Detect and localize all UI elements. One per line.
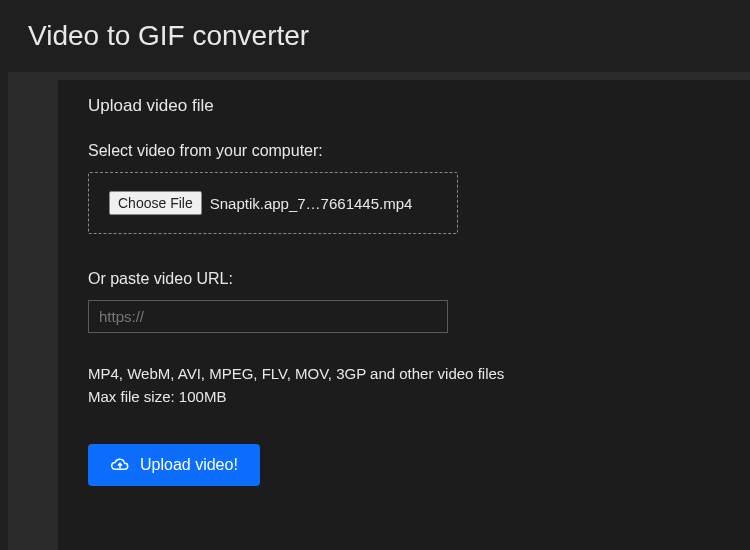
choose-file-button[interactable]: Choose File <box>109 191 202 215</box>
content-wrapper: Upload video file Select video from your… <box>8 72 750 550</box>
file-drop-zone[interactable]: Choose File Snaptik.app_7…7661445.mp4 <box>88 172 458 234</box>
url-input[interactable] <box>88 300 448 333</box>
cloud-upload-icon <box>110 456 130 474</box>
upload-video-button[interactable]: Upload video! <box>88 444 260 486</box>
upload-panel: Upload video file Select video from your… <box>58 80 750 550</box>
max-size-info: Max file size: 100MB <box>88 386 720 409</box>
url-label: Or paste video URL: <box>88 270 720 288</box>
file-select-label: Select video from your computer: <box>88 142 720 160</box>
page-header: Video to GIF converter <box>0 0 750 64</box>
upload-info: MP4, WebM, AVI, MPEG, FLV, MOV, 3GP and … <box>88 363 720 408</box>
selected-filename: Snaptik.app_7…7661445.mp4 <box>210 195 413 212</box>
upload-button-label: Upload video! <box>140 456 238 474</box>
page-title: Video to GIF converter <box>28 20 722 52</box>
upload-panel-title: Upload video file <box>88 96 720 116</box>
url-section: Or paste video URL: <box>88 270 720 333</box>
formats-info: MP4, WebM, AVI, MPEG, FLV, MOV, 3GP and … <box>88 363 720 386</box>
